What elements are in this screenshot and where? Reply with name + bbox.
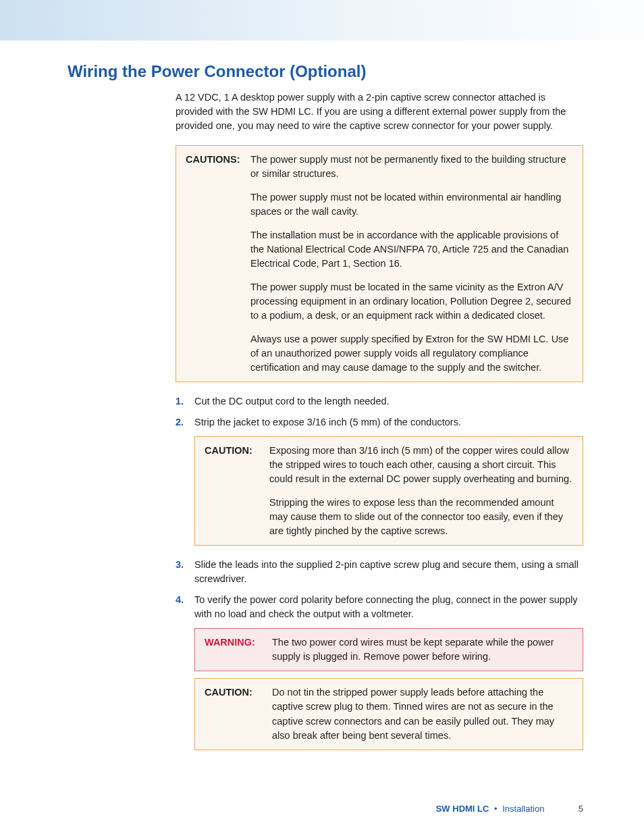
section-title: Wiring the Power Connector (Optional) [68,62,583,81]
header-gradient-bar [0,0,644,41]
caution-item: Stripping the wires to expose less than … [269,496,573,538]
step-text: Slide the leads into the supplied 2-pin … [194,558,583,586]
caution-strip-box: CAUTION: Exposing more than 3/16 inch (5… [194,436,583,546]
caution-text: Do not tin the stripped power supply lea… [272,685,573,742]
caution-item: The installation must be in accordance w… [250,228,573,271]
caution-item: The power supply must not be permanently… [250,153,573,181]
footer-separator: • [494,804,498,814]
caution-body: Exposing more than 3/16 inch (5 mm) of t… [269,444,573,538]
caution-body: Do not tin the stripped power supply lea… [272,685,573,742]
step-text: To verify the power cord polarity before… [194,593,583,621]
step-text: Cut the DC output cord to the length nee… [194,394,583,409]
page-footer: SW HDMI LC • Installation 5 [436,804,583,814]
caution-item: Exposing more than 3/16 inch (5 mm) of t… [269,444,573,486]
step-1: 1. Cut the DC output cord to the length … [176,394,583,409]
procedure-steps: 1. Cut the DC output cord to the length … [176,394,583,429]
caution-tinning-box: CAUTION: Do not tin the stripped power s… [194,678,583,750]
step-3: 3. Slide the leads into the supplied 2-p… [176,558,583,586]
warning-box: WARNING: The two power cord wires must b… [194,628,583,671]
page-content: Wiring the Power Connector (Optional) A … [0,41,644,750]
step-number: 4. [176,593,194,621]
caution-item: The power supply must not be located wit… [250,190,573,219]
footer-page-number: 5 [566,804,583,814]
procedure-steps-continued: 3. Slide the leads into the supplied 2-p… [176,558,583,621]
warning-text: The two power cord wires must be kept se… [272,635,573,664]
footer-product: SW HDMI LC [436,804,489,814]
cautions-primary-box: CAUTIONS: The power supply must not be p… [176,145,583,382]
step-number: 1. [176,394,194,409]
step-text: Strip the jacket to expose 3/16 inch (5 … [194,415,583,429]
intro-paragraph: A 12 VDC, 1 A desktop power supply with … [176,90,583,133]
caution-body: The power supply must not be permanently… [250,153,573,375]
step-number: 2. [176,415,194,429]
step-4: 4. To verify the power cord polarity bef… [176,593,583,621]
caution-label: CAUTION: [205,685,272,742]
caution-item: Always use a power supply specified by E… [250,332,573,375]
warning-body: The two power cord wires must be kept se… [272,635,573,664]
step-number: 3. [176,558,194,586]
caution-item: The power supply must be located in the … [250,280,573,323]
caution-label: CAUTION: [205,444,269,538]
footer-section: Installation [502,804,544,814]
warning-label: WARNING: [205,635,272,664]
step-2: 2. Strip the jacket to expose 3/16 inch … [176,415,583,429]
caution-label: CAUTIONS: [186,153,250,375]
